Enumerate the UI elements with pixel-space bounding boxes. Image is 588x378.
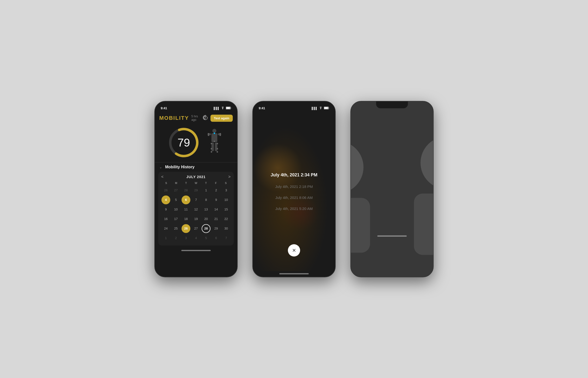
cal-cell[interactable]: 21 bbox=[212, 215, 220, 223]
p2-modal-content: July 4th, 2021 2:34 PM July 4th, 2021 2:… bbox=[253, 112, 335, 271]
cal-cell[interactable]: 13 bbox=[202, 205, 211, 214]
p2-time-item-3[interactable]: July 4th, 2021 8:06 AM bbox=[275, 195, 313, 200]
cal-cell[interactable]: 9 bbox=[161, 205, 170, 214]
svg-point-16 bbox=[214, 141, 215, 142]
cal-cell[interactable]: 5 bbox=[172, 195, 180, 204]
score-ring-1: 79 bbox=[168, 127, 200, 159]
svg-rect-61 bbox=[414, 214, 430, 233]
cal-cell[interactable]: 2 bbox=[212, 186, 220, 195]
close-icon: ✕ bbox=[292, 247, 296, 253]
home-indicator-1 bbox=[181, 250, 211, 251]
cal-cell[interactable]: 1 bbox=[202, 186, 211, 195]
cal-cell[interactable]: 6 bbox=[212, 234, 220, 243]
cal-next-button[interactable]: > bbox=[228, 175, 231, 179]
p1-history-icon[interactable] bbox=[203, 115, 208, 122]
cal-cell[interactable]: 4 bbox=[192, 234, 200, 243]
p1-header: MOBILITY 5 hrs ago Test again bbox=[155, 112, 237, 124]
cal-cell[interactable]: 8 bbox=[202, 195, 211, 204]
svg-rect-25 bbox=[324, 107, 328, 109]
svg-point-17 bbox=[211, 143, 212, 144]
status-bar-1: 9:41 ▌▌▌ bbox=[155, 101, 237, 112]
snapshot-2[interactable] bbox=[393, 214, 430, 233]
cal-cell[interactable]: 1 bbox=[161, 234, 170, 243]
svg-point-15 bbox=[220, 135, 221, 136]
p2-time-item-selected[interactable]: July 4th, 2021 2:34 PM bbox=[270, 173, 317, 178]
cal-cell[interactable]: 7 bbox=[222, 234, 230, 243]
svg-rect-24 bbox=[329, 107, 329, 108]
cal-cell[interactable]: 22 bbox=[222, 215, 230, 223]
p1-subtitle: 5 hrs ago bbox=[191, 115, 200, 122]
phone-1: 9:41 ▌▌▌ MOBILITY 5 hrs ago Test again bbox=[154, 101, 238, 277]
p2-time-list: July 4th, 2021 2:34 PM July 4th, 2021 2:… bbox=[270, 173, 317, 211]
svg-point-12 bbox=[208, 133, 209, 135]
p2-time-item-2[interactable]: July 4th, 2021 2:18 PM bbox=[275, 185, 313, 189]
p2-time-item-4[interactable]: July 4th, 2021 5:20 AM bbox=[275, 206, 313, 211]
cal-cell[interactable]: 19 bbox=[192, 215, 200, 223]
cal-cell[interactable]: 25 bbox=[172, 224, 180, 233]
cal-cell-28[interactable]: 28 bbox=[202, 224, 211, 233]
cal-prev-button[interactable]: < bbox=[161, 175, 164, 179]
cal-cell[interactable]: 11 bbox=[182, 205, 190, 214]
p1-title: MOBILITY bbox=[159, 115, 189, 121]
status-icons-2: ▌▌▌ bbox=[312, 107, 329, 110]
cal-cell[interactable]: 27 bbox=[192, 224, 200, 233]
battery-icon-1 bbox=[226, 107, 231, 110]
svg-point-21 bbox=[211, 151, 212, 153]
cal-cell[interactable]: 9 bbox=[212, 195, 220, 204]
cal-days-header: S M T W T F S bbox=[161, 182, 231, 185]
cal-cell[interactable]: 20 bbox=[202, 215, 211, 223]
svg-point-18 bbox=[217, 143, 218, 144]
cal-cell[interactable]: 3 bbox=[222, 186, 230, 195]
phone-2: 9:41 ▌▌▌ July 4th, 2021 2:34 PM July 4th… bbox=[252, 101, 336, 277]
home-indicator-3 bbox=[377, 235, 407, 237]
screens-container: 9:41 ▌▌▌ MOBILITY 5 hrs ago Test again bbox=[140, 86, 448, 292]
wifi-icon-2 bbox=[319, 107, 323, 110]
cal-cell[interactable]: 7 bbox=[192, 195, 200, 204]
p3-snapshots-list bbox=[351, 214, 433, 233]
cal-cell[interactable]: 10 bbox=[172, 205, 180, 214]
cal-cell[interactable]: 14 bbox=[212, 205, 220, 214]
svg-rect-1 bbox=[230, 107, 231, 108]
score-value-1: 79 bbox=[177, 136, 190, 149]
cal-header: < JULY 2021 > bbox=[161, 175, 231, 179]
cal-cell[interactable]: 26 bbox=[161, 186, 170, 195]
p1-divider[interactable]: ⌄ Mobility History bbox=[155, 162, 237, 172]
p1-score-section: 79 bbox=[155, 124, 237, 162]
p2-close-button[interactable]: ✕ bbox=[288, 244, 300, 256]
svg-point-20 bbox=[217, 148, 218, 149]
cal-cell[interactable]: 15 bbox=[222, 205, 230, 214]
mobility-history-label: Mobility History bbox=[165, 165, 195, 169]
status-icons-1: ▌▌▌ bbox=[214, 107, 231, 110]
cal-cell[interactable]: 24 bbox=[161, 224, 170, 233]
time-1: 9:41 bbox=[161, 106, 167, 110]
status-bar-2: 9:41 ▌▌▌ bbox=[253, 101, 335, 112]
cal-cell[interactable]: 18 bbox=[182, 215, 190, 223]
cal-cell[interactable]: 10 bbox=[222, 195, 230, 204]
cal-cell[interactable]: 3 bbox=[182, 234, 190, 243]
cal-cell[interactable]: 17 bbox=[172, 215, 180, 223]
cal-cell-26[interactable]: 26 bbox=[182, 224, 190, 233]
time-2: 9:41 bbox=[259, 106, 265, 110]
home-indicator-2 bbox=[279, 273, 309, 274]
cal-cell[interactable]: 12 bbox=[192, 205, 200, 214]
chevron-down-icon: ⌄ bbox=[159, 165, 162, 169]
cal-cell-4[interactable]: 4 bbox=[161, 195, 170, 204]
cal-month-label: JULY 2021 bbox=[187, 175, 206, 179]
svg-point-5 bbox=[213, 129, 216, 133]
cal-cell[interactable]: 27 bbox=[172, 186, 180, 195]
svg-point-13 bbox=[220, 133, 221, 135]
wifi-icon-1 bbox=[221, 107, 225, 110]
cal-cell[interactable]: 30 bbox=[222, 224, 230, 233]
cal-cell-6[interactable]: 6 bbox=[182, 195, 190, 204]
cal-cell[interactable]: 28 bbox=[182, 186, 190, 195]
signal-icon-2: ▌▌▌ bbox=[312, 107, 318, 110]
cal-cell[interactable]: 29 bbox=[212, 224, 220, 233]
phone-3-content: < July 4th, 2021 2:34 PM ⌄ 79 bbox=[351, 112, 433, 277]
svg-point-11 bbox=[214, 133, 215, 134]
svg-rect-2 bbox=[226, 107, 230, 109]
cal-cell[interactable]: 2 bbox=[172, 234, 180, 243]
cal-cell[interactable]: 5 bbox=[202, 234, 211, 243]
cal-cell[interactable]: 16 bbox=[161, 215, 170, 223]
test-again-button[interactable]: Test again bbox=[211, 115, 233, 122]
cal-cell[interactable]: 29 bbox=[192, 186, 200, 195]
